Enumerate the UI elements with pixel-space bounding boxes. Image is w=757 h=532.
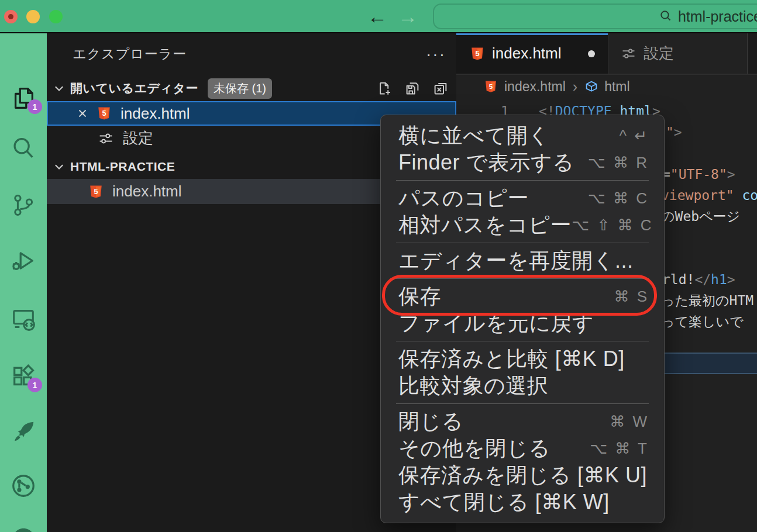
context-menu-separator (396, 403, 649, 404)
sidebar-title: エクスプローラー (73, 45, 187, 63)
quill-pen-icon[interactable] (10, 418, 37, 445)
search-text: html-practice (678, 8, 757, 25)
settings-sliders-icon (621, 46, 636, 61)
macos-titlebar: ← → html-practice (0, 0, 757, 33)
more-actions-button[interactable]: ··· (426, 33, 446, 75)
context-menu-item-15[interactable]: その他を閉じる⌥ ⌘ T (381, 435, 664, 462)
chevron-down-icon (53, 82, 66, 95)
menu-item-shortcut: ⌘ S (614, 288, 649, 306)
context-menu-item-12[interactable]: 比較対象の選択 (381, 372, 664, 399)
close-editor-icon[interactable] (76, 107, 89, 120)
context-menu-separator (396, 341, 649, 341)
menu-item-label: Finder で表示する (398, 148, 588, 177)
context-menu-separator (396, 180, 649, 181)
menu-item-label: 保存済みを閉じる [⌘K U] (398, 461, 649, 490)
open-editors-label: 開いているエディター (70, 80, 198, 96)
breadcrumb-symbol[interactable]: html (604, 79, 629, 95)
run-debug-icon[interactable] (10, 247, 37, 274)
html5-file-icon: 5 (484, 80, 497, 93)
open-editor-label: 設定 (123, 128, 153, 148)
menu-item-label: ファイルを元に戻す (398, 309, 649, 338)
menu-item-shortcut: ⌘ W (610, 413, 649, 431)
svg-text:5: 5 (102, 109, 106, 118)
context-menu-separator (396, 243, 649, 243)
menu-item-label: 閉じる (398, 407, 610, 436)
menu-item-shortcut: ⌥ ⇧ ⌘ C (572, 216, 653, 234)
breadcrumb-file[interactable]: index.html (504, 79, 566, 95)
new-file-icon[interactable] (376, 80, 393, 97)
sidebar-title-row: エクスプローラー (47, 33, 456, 75)
html5-file-icon: 5 (89, 185, 103, 199)
breadcrumb: 5 index.html › html (456, 75, 757, 98)
context-menu-item-11[interactable]: 保存済みと比較 [⌘K D] (381, 346, 664, 372)
menu-item-label: エディターを再度開く... (398, 247, 649, 275)
svg-text:5: 5 (489, 82, 493, 90)
menu-item-label: すべて閉じる [⌘K W] (398, 488, 649, 517)
search-icon (659, 9, 673, 23)
context-menu-item-9[interactable]: ファイルを元に戻す (381, 310, 664, 337)
context-menu-item-14[interactable]: 閉じる⌘ W (381, 408, 664, 435)
save-all-icon[interactable] (404, 80, 421, 97)
menu-item-label: 横に並べて開く (398, 122, 620, 150)
html5-file-icon: 5 (470, 47, 484, 61)
screen: ← → html-practice 1 (0, 0, 757, 532)
context-menu-item-8[interactable]: 保存⌘ S (381, 283, 664, 310)
menu-item-label: その他を閉じる (398, 434, 590, 463)
svg-text:5: 5 (94, 186, 98, 195)
tab-label: 設定 (644, 43, 674, 64)
explorer-icon[interactable]: 1 (10, 85, 37, 112)
dirty-indicator-icon[interactable] (588, 50, 595, 57)
explorer-badge: 1 (27, 99, 42, 114)
context-menu-item-1[interactable]: Finder で表示する⌥ ⌘ R (381, 149, 664, 176)
menu-item-shortcut: ⌥ ⌘ C (588, 189, 649, 208)
menu-item-label: 相対パスをコピー (398, 211, 572, 240)
context-menu-item-16[interactable]: 保存済みを閉じる [⌘K U] (381, 462, 664, 489)
breadcrumb-separator: › (573, 78, 577, 95)
menu-item-label: パスのコピー (398, 184, 588, 213)
menu-item-shortcut: ^ ↵ (620, 127, 649, 145)
source-control-icon[interactable] (10, 192, 37, 219)
menu-item-label: 比較対象の選択 (398, 372, 649, 400)
open-editors-section-header[interactable]: 開いているエディター 未保存 (1) (47, 75, 456, 102)
context-menu-separator (396, 278, 649, 279)
zoom-window-button[interactable] (49, 10, 63, 23)
tab-bar: 5 index.html 設定 (456, 33, 757, 75)
context-menu: 横に並べて開く^ ↵Finder で表示する⌥ ⌘ Rパスのコピー⌥ ⌘ C相対… (380, 115, 665, 523)
remote-explorer-icon[interactable] (10, 306, 37, 333)
context-menu-item-17[interactable]: すべて閉じる [⌘K W] (381, 489, 664, 516)
minimize-window-button[interactable] (26, 10, 40, 23)
tree-item-label: index.html (112, 182, 182, 201)
edge-tools-icon[interactable] (10, 526, 37, 532)
menu-item-label: 保存 (398, 282, 614, 311)
menu-item-label: 保存済みと比較 [⌘K D] (398, 345, 649, 374)
context-menu-item-3[interactable]: パスのコピー⌥ ⌘ C (381, 185, 664, 212)
open-editors-toolbar (376, 75, 449, 102)
context-menu-item-4[interactable]: 相対パスをコピー⌥ ⇧ ⌘ C (381, 212, 664, 239)
symbol-namespace-icon (584, 80, 598, 94)
search-field[interactable]: html-practice (433, 4, 757, 29)
context-menu-item-6[interactable]: エディターを再度開く... (381, 247, 664, 274)
html5-file-icon: 5 (97, 106, 111, 120)
tab-settings[interactable]: 設定 (608, 33, 748, 74)
close-all-icon[interactable] (432, 80, 449, 97)
context-menu-item-0[interactable]: 横に並べて開く^ ↵ (381, 122, 664, 149)
search-view-icon[interactable] (10, 135, 37, 162)
extensions-icon[interactable]: 1 (10, 363, 37, 390)
menu-item-shortcut: ⌥ ⌘ T (590, 440, 649, 458)
open-editor-label: index.html (121, 105, 190, 123)
forward-button: → (398, 0, 418, 33)
svg-text:5: 5 (475, 49, 479, 57)
back-button[interactable]: ← (367, 0, 387, 33)
close-window-button[interactable] (4, 10, 18, 23)
unsaved-count-badge: 未保存 (1) (208, 78, 272, 99)
chevron-down-icon (53, 160, 66, 173)
workspace-folder-label: HTML-PRACTICE (70, 160, 175, 174)
settings-sliders-icon (98, 131, 113, 146)
extensions-badge: 1 (27, 378, 42, 392)
commit-graph-icon[interactable] (10, 472, 37, 499)
menu-item-shortcut: ⌥ ⌘ R (588, 154, 649, 172)
tab-label: index.html (492, 44, 562, 63)
tab-index-html[interactable]: 5 index.html (456, 33, 608, 74)
activity-bar: 1 (0, 33, 47, 532)
